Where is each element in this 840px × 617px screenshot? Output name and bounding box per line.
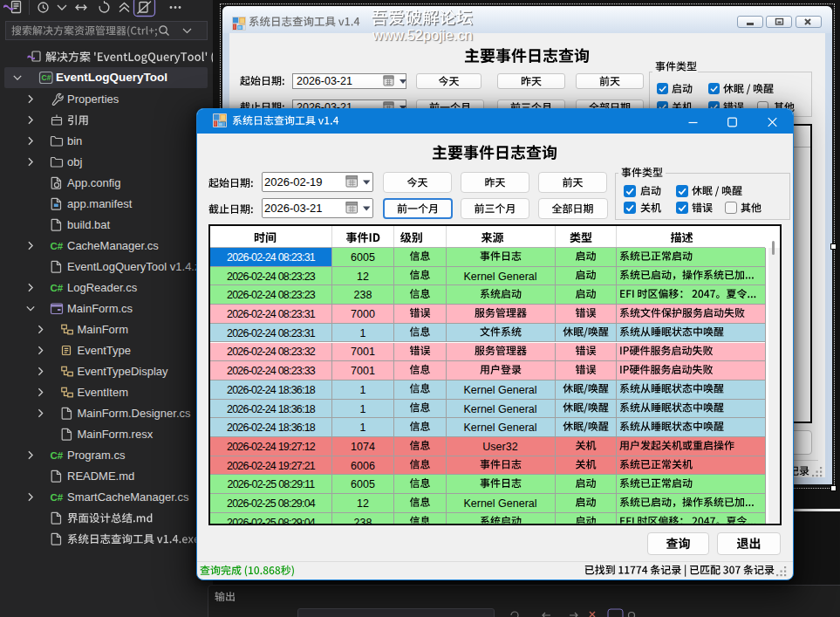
svg-text:C#: C# [51,283,64,293]
svg-text:C#: C# [42,73,51,82]
svg-text:C#: C# [51,241,64,251]
svg-text:C#: C# [51,492,64,503]
svg-text:C#: C# [51,450,64,461]
